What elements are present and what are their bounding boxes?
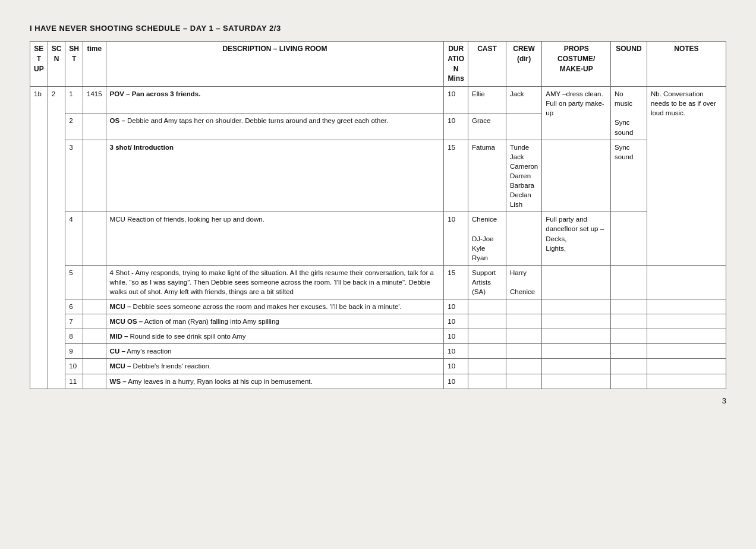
cell-sound <box>611 212 647 265</box>
cell-duration: 10 <box>444 212 468 265</box>
cell-time <box>83 113 106 140</box>
cell-sound: No musicSync sound <box>611 87 647 140</box>
cell-sound <box>611 299 647 314</box>
cell-cast: Support Artists (SA) <box>468 265 506 299</box>
cell-sh: 7 <box>65 314 83 329</box>
cell-props: Full party and dancefloor set up – Decks… <box>542 212 611 265</box>
page-number: 3 <box>30 396 726 405</box>
cell-crew <box>506 314 541 329</box>
cell-time <box>83 299 106 314</box>
cell-sh: 5 <box>65 265 83 299</box>
header-cast: CAST <box>468 42 506 87</box>
cell-notes <box>647 314 726 329</box>
cell-sh: 9 <box>65 344 83 359</box>
cell-sound: Sync sound <box>611 140 647 212</box>
cell-crew <box>506 113 541 140</box>
cell-notes: Nb. Conversation needs to be as if over … <box>647 87 726 266</box>
table-row: 7MCU OS – Action of man (Ryan) falling i… <box>30 314 726 329</box>
header-props: PROPS COSTUME/ MAKE-UP <box>542 42 611 87</box>
cell-description: MCU – Debbie sees someone across the roo… <box>106 299 444 314</box>
cell-sh: 10 <box>65 359 83 374</box>
cell-props <box>542 374 611 389</box>
cell-duration: 10 <box>444 87 468 113</box>
cell-description: WS – Amy leaves in a hurry, Ryan looks a… <box>106 374 444 389</box>
cell-duration: 10 <box>444 359 468 374</box>
cell-crew: Tunde Jack Cameron Darren Barbara Declan… <box>506 140 541 212</box>
cell-sound <box>611 314 647 329</box>
cell-crew <box>506 299 541 314</box>
header-sound: SOUND <box>611 42 647 87</box>
header-sh: SH T <box>65 42 83 87</box>
cell-props <box>542 314 611 329</box>
cell-time <box>83 359 106 374</box>
cell-sound <box>611 374 647 389</box>
table-row: 10MCU – Debbie's friends' reaction.10 <box>30 359 726 374</box>
cell-props <box>542 299 611 314</box>
cell-cast <box>468 374 506 389</box>
cell-notes <box>647 344 726 359</box>
header-description: DESCRIPTION – LIVING ROOM <box>106 42 444 87</box>
cell-duration: 10 <box>444 344 468 359</box>
table-row: 8MID – Round side to see drink spill ont… <box>30 329 726 344</box>
table-row: 33 shot/ Introduction15FatumaTunde Jack … <box>30 140 726 212</box>
cell-duration: 15 <box>444 140 468 212</box>
cell-description: POV – Pan across 3 friends. <box>106 87 444 113</box>
cell-cast <box>468 359 506 374</box>
page-title: I HAVE NEVER SHOOTING SCHEDULE – DAY 1 –… <box>30 24 726 33</box>
cell-description: 3 shot/ Introduction <box>106 140 444 212</box>
header-notes: NOTES <box>647 42 726 87</box>
cell-duration: 15 <box>444 265 468 299</box>
cell-time: 1415 <box>83 87 106 113</box>
cell-se: 1b <box>30 87 48 389</box>
header-se: SE T UP <box>30 42 48 87</box>
cell-crew: Harry Chenice <box>506 265 541 299</box>
cell-time <box>83 212 106 265</box>
cell-sound <box>611 359 647 374</box>
cell-props <box>542 140 611 212</box>
cell-crew: Jack <box>506 87 541 113</box>
table-row: 1b211415POV – Pan across 3 friends.10Ell… <box>30 87 726 113</box>
cell-sh: 8 <box>65 329 83 344</box>
cell-props: AMY –dress clean. Full on party make-up <box>542 87 611 140</box>
cell-cast: Chenice DJ-Joe Kyle Ryan <box>468 212 506 265</box>
cell-notes <box>647 374 726 389</box>
cell-time <box>83 314 106 329</box>
cell-crew <box>506 359 541 374</box>
header-sc: SC N <box>48 42 65 87</box>
table-row: 9CU – Amy's reaction10 <box>30 344 726 359</box>
cell-cast <box>468 314 506 329</box>
cell-cast: Grace <box>468 113 506 140</box>
table-row: 4MCU Reaction of friends, looking her up… <box>30 212 726 265</box>
cell-time <box>83 140 106 212</box>
cell-description: 4 Shot - Amy responds, trying to make li… <box>106 265 444 299</box>
cell-cast: Fatuma <box>468 140 506 212</box>
cell-props <box>542 265 611 299</box>
cell-time <box>83 329 106 344</box>
cell-description: MID – Round side to see drink spill onto… <box>106 329 444 344</box>
cell-cast <box>468 344 506 359</box>
cell-duration: 10 <box>444 113 468 140</box>
cell-cast: Ellie <box>468 87 506 113</box>
cell-sound <box>611 344 647 359</box>
cell-notes <box>647 299 726 314</box>
cell-sh: 4 <box>65 212 83 265</box>
cell-sc: 2 <box>48 87 65 389</box>
table-header-row: SE T UP SC N SH T time DESCRIPTION – LIV… <box>30 42 726 87</box>
cell-notes <box>647 329 726 344</box>
table-row: 6MCU – Debbie sees someone across the ro… <box>30 299 726 314</box>
cell-description: OS – Debbie and Amy taps her on shoulder… <box>106 113 444 140</box>
cell-sound <box>611 329 647 344</box>
cell-sh: 3 <box>65 140 83 212</box>
header-crew: CREW (dir) <box>506 42 541 87</box>
cell-notes <box>647 359 726 374</box>
cell-cast <box>468 329 506 344</box>
table-row: 54 Shot - Amy responds, trying to make l… <box>30 265 726 299</box>
cell-duration: 10 <box>444 374 468 389</box>
cell-description: CU – Amy's reaction <box>106 344 444 359</box>
cell-description: MCU OS – Action of man (Ryan) falling in… <box>106 314 444 329</box>
cell-duration: 10 <box>444 299 468 314</box>
cell-props <box>542 329 611 344</box>
cell-duration: 10 <box>444 314 468 329</box>
cell-time <box>83 265 106 299</box>
cell-description: MCU Reaction of friends, looking her up … <box>106 212 444 265</box>
